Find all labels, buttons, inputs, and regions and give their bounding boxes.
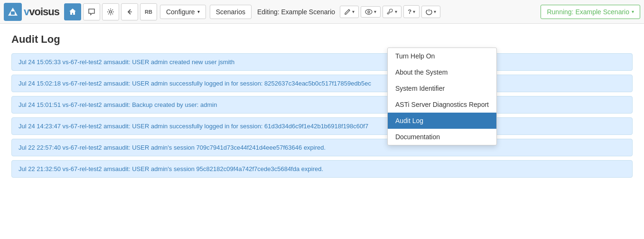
audit-entry: Jul 24 14:23:47 vs-67-rel-test2 amsaudit… <box>11 117 633 135</box>
audit-entry: Jul 22 21:32:50 vs-67-rel-test2 amsaudit… <box>11 160 633 178</box>
rb-button[interactable]: RB <box>140 3 157 20</box>
audit-entry: Jul 24 15:05:33 vs-67-rel-test2 amsaudit… <box>11 53 633 71</box>
help-button[interactable]: ? ▾ <box>403 5 420 18</box>
settings-button[interactable] <box>102 3 119 20</box>
svg-point-4 <box>365 10 372 14</box>
eye-icon <box>365 9 373 15</box>
running-badge-button[interactable]: Running: Example Scenario ▾ <box>541 5 640 19</box>
wrench-icon <box>387 9 393 15</box>
home-button[interactable] <box>64 3 81 20</box>
logo-svg <box>7 6 19 18</box>
dropdown-item-audit-log[interactable]: Audit Log <box>388 113 496 129</box>
chat-button[interactable] <box>83 3 100 20</box>
logo-icon <box>4 3 22 21</box>
svg-rect-1 <box>11 11 15 15</box>
power-button[interactable]: ▾ <box>421 6 440 18</box>
pen-button[interactable]: ▾ <box>340 6 359 18</box>
configure-caret-icon: ▾ <box>197 9 200 14</box>
help-caret-icon: ▾ <box>413 9 415 14</box>
scenarios-button[interactable]: Scenarios <box>210 5 252 19</box>
dropdown-item-documentation[interactable]: Documentation <box>388 129 496 145</box>
page-title: Audit Log <box>11 33 633 46</box>
back-icon <box>126 8 133 16</box>
chat-icon <box>88 8 95 16</box>
pen-icon <box>344 9 351 15</box>
dropdown-item-about-system[interactable]: About the System <box>388 64 496 80</box>
logo-text: vvoisus <box>24 6 59 18</box>
audit-entry: Jul 22 22:57:40 vs-67-rel-test2 amsaudit… <box>11 139 633 156</box>
gear-icon <box>107 8 114 16</box>
dropdown-item-system-identifier[interactable]: System Identifier <box>388 80 496 96</box>
question-mark-icon: ? <box>408 8 411 15</box>
back-button[interactable] <box>121 3 138 20</box>
power-icon <box>426 9 432 15</box>
audit-entry: Jul 24 15:02:18 vs-67-rel-test2 amsaudit… <box>11 75 633 92</box>
logo-area: vvoisus <box>4 3 59 21</box>
dropdown-item-asti-diagnostics[interactable]: ASTi Server Diagnostics Report <box>388 96 496 113</box>
wrench-button[interactable]: ▾ <box>383 6 401 18</box>
audit-entry: Jul 24 15:01:51 vs-67-rel-test2 amsaudit… <box>11 96 633 114</box>
dropdown-item-turn-help-on[interactable]: Turn Help On <box>388 48 496 64</box>
editing-label: Editing: Example Scenario <box>257 8 335 16</box>
configure-button[interactable]: Configure ▾ <box>160 5 206 19</box>
navbar: vvoisus RB Configure ▾ Scenarios Editin <box>0 0 644 24</box>
svg-point-2 <box>109 10 112 13</box>
audit-log-list: Jul 24 15:05:33 vs-67-rel-test2 amsaudit… <box>11 53 633 178</box>
eye-button[interactable]: ▾ <box>361 6 381 18</box>
power-caret-icon: ▾ <box>434 9 436 14</box>
wrench-caret-icon: ▾ <box>395 9 397 14</box>
pen-caret-icon: ▾ <box>352 9 355 14</box>
svg-point-5 <box>368 11 370 13</box>
eye-caret-icon: ▾ <box>374 9 376 14</box>
help-dropdown-menu: Turn Help OnAbout the SystemSystem Ident… <box>387 48 497 145</box>
page-content: Audit Log Jul 24 15:05:33 vs-67-rel-test… <box>0 24 644 191</box>
running-caret-icon: ▾ <box>632 9 634 14</box>
home-icon <box>69 8 76 16</box>
